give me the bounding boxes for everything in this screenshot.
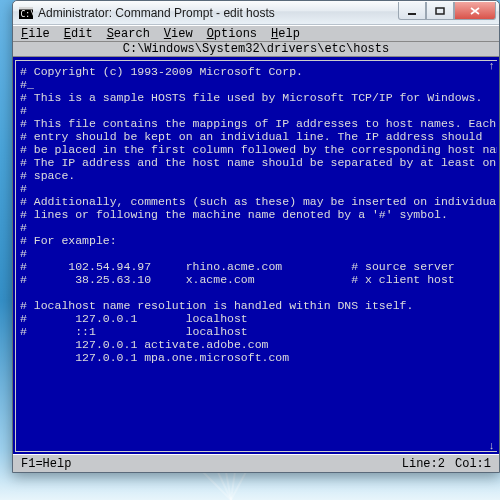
close-button[interactable] (454, 2, 496, 20)
menu-options[interactable]: Options (207, 27, 257, 41)
status-bar: F1=Help Line:2 Col:1 (13, 454, 499, 472)
editor-area[interactable]: ↑ # Copyright (c) 1993-2009 Microsoft Co… (13, 57, 499, 454)
svg-text:C:\: C:\ (21, 10, 34, 19)
app-window: C:\ Administrator: Command Prompt - edit… (12, 0, 500, 473)
menu-edit[interactable]: Edit (64, 27, 93, 41)
menubar: File Edit Search View Options Help (13, 25, 499, 42)
status-line: Line:2 (402, 457, 445, 471)
scroll-down-icon[interactable]: ↓ (486, 440, 497, 452)
file-content[interactable]: # Copyright (c) 1993-2009 Microsoft Corp… (15, 60, 497, 452)
menu-file[interactable]: File (21, 27, 50, 41)
window-title: Administrator: Command Prompt - edit hos… (38, 6, 393, 20)
minimize-button[interactable] (398, 2, 426, 20)
menu-help[interactable]: Help (271, 27, 300, 41)
svg-rect-3 (408, 13, 416, 15)
status-col: Col:1 (455, 457, 491, 471)
window-buttons (398, 2, 496, 20)
help-hint: F1=Help (21, 457, 71, 471)
titlebar[interactable]: C:\ Administrator: Command Prompt - edit… (13, 1, 499, 25)
menu-search[interactable]: Search (107, 27, 150, 41)
maximize-button[interactable] (426, 2, 454, 20)
menu-view[interactable]: View (164, 27, 193, 41)
cmd-icon: C:\ (19, 6, 33, 20)
path-bar: C:\Windows\System32\drivers\etc\hosts (13, 42, 499, 57)
svg-rect-4 (436, 8, 444, 14)
